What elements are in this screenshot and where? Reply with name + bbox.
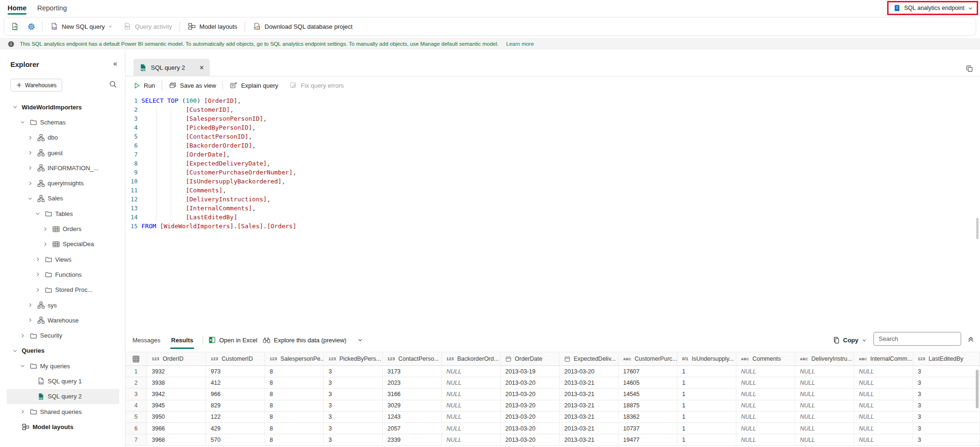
copy-button[interactable]: Copy	[833, 333, 867, 347]
sql-code-editor[interactable]: 1SELECT TOP (100) [OrderID],2 [CustomerI…	[125, 94, 980, 328]
code-line-4[interactable]: 4 [PickedByPersonID],	[125, 123, 256, 132]
cell[interactable]: 3	[324, 434, 383, 446]
cell[interactable]: 2013-03-21	[560, 389, 618, 400]
tab-results[interactable]: Results	[171, 333, 193, 347]
cell[interactable]: NULL	[854, 400, 913, 412]
table-row[interactable]: 73968570832339NULL2013-03-202013-03-2119…	[125, 434, 980, 446]
chevron-right-icon[interactable]	[19, 333, 26, 339]
collapse-results-icon[interactable]	[967, 336, 974, 343]
endpoint-selector[interactable]: SQL analytics endpoint	[887, 1, 978, 15]
tree-item-shared-queries[interactable]: Shared queries	[0, 404, 125, 419]
code-line-10[interactable]: 10 [IsUndersupplyBackordered],	[125, 177, 285, 186]
cell[interactable]: 3	[324, 377, 383, 389]
tree-item-wideworldimporters[interactable]: WideWorldImporters	[0, 99, 125, 115]
cell[interactable]: 2013-03-20	[501, 389, 560, 400]
cell[interactable]: 3932	[147, 366, 206, 377]
cell[interactable]: NULL	[795, 377, 854, 389]
tree-item-functions[interactable]: Functions	[0, 267, 125, 282]
results-search-box[interactable]	[873, 332, 961, 346]
tree-item-sql-query-1[interactable]: SQLSQL query 1	[0, 373, 125, 389]
column-header-comments[interactable]: ABCComments	[736, 352, 795, 366]
tree-item-my-queries[interactable]: My queries	[0, 358, 125, 373]
code-line-11[interactable]: 11 [Comments],	[125, 186, 226, 195]
cell[interactable]: 1	[677, 389, 736, 400]
column-header-internalcomm[interactable]: ABCInternalComm...	[854, 352, 913, 366]
cell[interactable]: 429	[206, 423, 265, 434]
table-row[interactable]: 63966429832057NULL2013-03-202013-03-2110…	[125, 423, 980, 434]
chevron-right-icon[interactable]	[26, 317, 34, 323]
tree-item-model-layouts[interactable]: Model layouts	[0, 419, 125, 434]
cell[interactable]: 3	[913, 412, 980, 423]
tree-item-schemas[interactable]: Schemas	[0, 115, 125, 130]
column-header-salespersonpe[interactable]: 123SalespersonPe...	[265, 352, 324, 366]
query-tab[interactable]: SQL SQL query 2 ✕	[133, 59, 210, 76]
search-icon[interactable]	[109, 80, 117, 89]
table-row[interactable]: 33942966833166NULL2013-03-202013-03-2114…	[125, 389, 980, 400]
open-in-excel-button[interactable]: X Open in Excel	[208, 333, 257, 347]
cell[interactable]: NULL	[795, 434, 854, 446]
cell[interactable]: NULL	[854, 366, 913, 377]
cell[interactable]: 122	[206, 412, 265, 423]
duplicate-tab-icon[interactable]	[965, 65, 974, 73]
settings-gear-icon[interactable]	[25, 20, 37, 33]
tree-item-orders[interactable]: Orders	[0, 221, 125, 236]
cell[interactable]: 8	[265, 434, 324, 446]
cell[interactable]: NULL	[442, 366, 501, 377]
chevron-right-icon[interactable]	[26, 181, 34, 186]
chevron-down-icon[interactable]	[11, 104, 19, 110]
cell[interactable]: 2023	[383, 377, 442, 389]
cell[interactable]: 10737	[618, 423, 677, 434]
code-line-2[interactable]: 2 [CustomerID],	[125, 105, 234, 114]
cell[interactable]: 2013-03-21	[560, 400, 618, 412]
cell[interactable]: 1	[677, 412, 736, 423]
cell[interactable]: 2013-03-20	[501, 412, 560, 423]
tree-item-sys[interactable]: sys	[0, 298, 125, 313]
column-header-pickedbypers[interactable]: 123PickedByPers...	[324, 352, 383, 366]
refresh-button[interactable]	[9, 20, 21, 33]
add-warehouses-button[interactable]: Warehouses	[10, 79, 62, 91]
cell[interactable]: 2013-03-19	[501, 366, 560, 377]
run-button[interactable]: Run	[133, 82, 155, 89]
cell[interactable]: NULL	[736, 366, 795, 377]
cell[interactable]: 2013-03-20	[501, 377, 560, 389]
cell[interactable]: 8	[265, 423, 324, 434]
cell[interactable]: 8	[265, 412, 324, 423]
chevron-right-icon[interactable]	[26, 135, 34, 141]
code-line-8[interactable]: 8 [ExpectedDeliveryDate],	[125, 159, 271, 168]
chevron-right-icon[interactable]	[34, 272, 41, 277]
tree-item-tables[interactable]: Tables	[0, 206, 125, 221]
save-as-view-button[interactable]: Save as view	[169, 82, 216, 90]
collapse-panel-icon[interactable]: «	[113, 59, 117, 68]
cell[interactable]: NULL	[854, 389, 913, 400]
cell[interactable]: 8	[265, 400, 324, 412]
cell[interactable]: 2013-03-21	[560, 423, 618, 434]
cell[interactable]: 8	[265, 377, 324, 389]
cell[interactable]: NULL	[736, 377, 795, 389]
cell[interactable]: NULL	[854, 377, 913, 389]
code-line-6[interactable]: 6 [BackorderOrderID],	[125, 141, 256, 150]
cell[interactable]: 3	[913, 434, 980, 446]
cell[interactable]: NULL	[442, 400, 501, 412]
code-line-3[interactable]: 3 [SalespersonPersonID],	[125, 114, 267, 123]
column-header-orderdate[interactable]: OrderDate	[501, 352, 560, 366]
cell[interactable]: 2013-03-21	[560, 412, 618, 423]
tree-item-sql-query-2[interactable]: SQLSQL query 2	[7, 389, 119, 404]
cell[interactable]: 3	[913, 377, 980, 389]
code-line-13[interactable]: 13 [InternalComments],	[125, 204, 256, 213]
column-header-backorderord[interactable]: 123BackorderOrd...	[442, 352, 501, 366]
cell[interactable]: 1	[677, 366, 736, 377]
tree-item-dbo[interactable]: dbo	[0, 130, 125, 145]
cell[interactable]: 3968	[147, 434, 206, 446]
code-line-7[interactable]: 7 [OrderDate],	[125, 150, 230, 159]
cell[interactable]: 8	[265, 366, 324, 377]
cell[interactable]: 3950	[147, 412, 206, 423]
search-input[interactable]	[874, 332, 961, 345]
chevron-right-icon[interactable]	[41, 241, 49, 247]
cell[interactable]: NULL	[442, 389, 501, 400]
column-header-orderid[interactable]: 123OrderID	[147, 352, 206, 366]
cell[interactable]: NULL	[442, 423, 501, 434]
cell[interactable]: NULL	[854, 423, 913, 434]
tab-home[interactable]: Home	[8, 0, 26, 16]
cell[interactable]: NULL	[736, 412, 795, 423]
cell[interactable]: 3173	[383, 366, 442, 377]
